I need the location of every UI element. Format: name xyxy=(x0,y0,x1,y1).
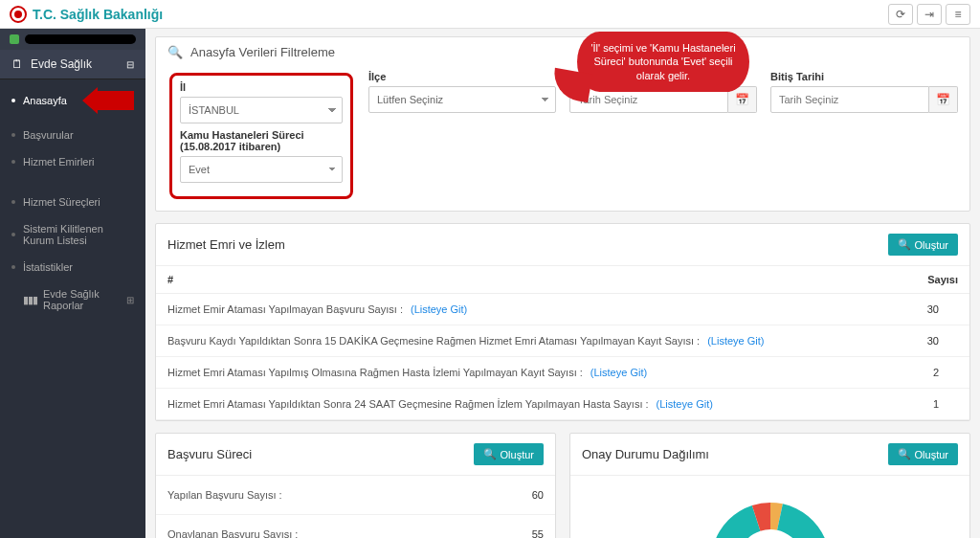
listeye-git-link[interactable]: (Listeye Git) xyxy=(707,335,764,347)
onay-durumu-panel: Onay Durumu Dağılımı 🔍 Oluştur Karar Ver… xyxy=(569,433,970,538)
filter-header-title: Anasyfa Verileri Filtreleme xyxy=(190,45,335,59)
sidebar-item-hizmet-emirleri[interactable]: Hizmet Emirleri xyxy=(0,148,145,175)
listeye-git-link[interactable]: (Listeye Git) xyxy=(590,367,647,378)
user-block xyxy=(0,29,145,50)
sidebar-item-label: Sistemi Kilitlenen Kurum Listesi xyxy=(23,223,134,246)
sidebar-item-label: Anasayfa xyxy=(23,95,67,106)
stat-label: Onaylanan Başvuru Sayısı : xyxy=(167,528,298,538)
olustur-button[interactable]: 🔍 Oluştur xyxy=(888,234,958,256)
sidebar-item-hizmet-surecleri[interactable]: Hizmet Süreçleri xyxy=(0,189,145,215)
sidebar-section-evde-saglik[interactable]: 🗒 Evde Sağlık ⊟ xyxy=(0,50,145,79)
logout-button[interactable]: ⇥ xyxy=(917,4,942,25)
expand-icon[interactable]: ⊞ xyxy=(126,295,134,305)
search-icon: 🔍 xyxy=(898,448,911,460)
user-status-icon xyxy=(10,34,19,44)
instruction-callout: 'İl' seçimi ve 'Kamu Hastaneleri Süreci'… xyxy=(577,32,749,92)
calendar-icon[interactable]: 📅 xyxy=(929,86,958,113)
row-text: Hizmet Emir Ataması Yapılmayan Başvuru S… xyxy=(167,303,403,315)
row-text: Başvuru Kaydı Yapıldıktan Sonra 15 DAKİK… xyxy=(167,335,700,347)
basvuru-sureci-panel: Başvuru Süreci 🔍 Oluştur Yapılan Başvuru… xyxy=(155,433,556,538)
row-count: 1 xyxy=(933,398,958,410)
hizmet-emri-panel: Hizmet Emri ve İzlem 🔍 Oluştur # Sayısı … xyxy=(155,223,970,421)
il-label: İl xyxy=(180,81,343,93)
stat-value: 55 xyxy=(532,528,544,538)
svg-marker-0 xyxy=(82,87,134,114)
bitis-label: Bitiş Tarihi xyxy=(770,71,958,82)
sidebar-item-label: Hizmet Emirleri xyxy=(23,156,95,168)
search-icon: 🔍 xyxy=(483,448,497,460)
ilce-select[interactable]: Lütfen Seçiniz xyxy=(368,86,556,113)
red-arrow-icon xyxy=(82,87,134,114)
table-row: Başvuru Kaydı Yapıldıktan Sonra 15 DAKİK… xyxy=(156,325,969,357)
sidebar-section-label: Evde Sağlık xyxy=(31,57,92,71)
panel-title: Onay Durumu Dağılımı xyxy=(582,447,709,461)
clipboard-icon: 🗒 xyxy=(11,57,23,71)
ministry-logo-icon xyxy=(10,6,27,23)
stat-row: Yapılan Başvuru Sayısı :60 xyxy=(156,476,555,515)
listeye-git-link[interactable]: (Listeye Git) xyxy=(657,398,713,410)
highlighted-filter-box: İl İSTANBUL Kamu Hastaneleri Süreci (15.… xyxy=(169,73,353,199)
stat-row: Onaylanan Başvuru Sayısı :55 xyxy=(156,515,555,538)
panel-title: Başvuru Süreci xyxy=(167,447,252,461)
sidebar-item-kilitlenen-kurum[interactable]: Sistemi Kilitlenen Kurum Listesi xyxy=(0,215,145,254)
stat-label: Yapılan Başvuru Sayısı : xyxy=(167,489,282,501)
col-hash: # xyxy=(167,274,187,285)
stat-value: 60 xyxy=(532,489,544,501)
topbar: T.C. Sağlık Bakanlığı ⟳ ⇥ ≡ xyxy=(0,0,980,29)
sidebar-item-label: İstatistikler xyxy=(23,261,73,273)
row-text: Hizmet Emri Ataması Yapıldıktan Sonra 24… xyxy=(167,398,649,410)
collapse-icon[interactable]: ⊟ xyxy=(126,59,134,70)
donut-chart xyxy=(675,485,866,538)
row-count: 30 xyxy=(927,303,958,315)
panel-title: Hizmet Emri ve İzlem xyxy=(167,237,285,252)
filter-header: 🔍 Anasyfa Verileri Filtreleme xyxy=(156,37,969,67)
il-select[interactable]: İSTANBUL xyxy=(180,97,343,123)
filter-panel: 'İl' seçimi ve 'Kamu Hastaneleri Süreci'… xyxy=(155,36,970,212)
sidebar-item-anasayfa[interactable]: Anasayfa xyxy=(0,79,145,122)
table-row: Hizmet Emri Ataması Yapıldıktan Sonra 24… xyxy=(156,389,969,420)
search-icon: 🔍 xyxy=(898,238,911,251)
kamu-label: Kamu Hastaneleri Süreci (15.08.2017 itib… xyxy=(180,129,343,152)
olustur-button[interactable]: 🔍 Oluştur xyxy=(474,443,544,465)
sidebar: 🗒 Evde Sağlık ⊟ Anasayfa Başvurular Hizm… xyxy=(0,29,145,538)
table-row: Hizmet Emir Ataması Yapılmayan Başvuru S… xyxy=(156,294,969,325)
refresh-button[interactable]: ⟳ xyxy=(888,4,913,25)
col-count: Sayısı xyxy=(927,274,958,285)
bitis-input[interactable] xyxy=(770,86,929,113)
row-count: 30 xyxy=(927,335,958,347)
row-count: 2 xyxy=(933,367,958,378)
sidebar-item-raporlar[interactable]: ▮▮▮ Evde Sağlık Raporlar ⊞ xyxy=(0,280,145,319)
main-content: 'İl' seçimi ve 'Kamu Hastaneleri Süreci'… xyxy=(145,29,980,538)
menu-button[interactable]: ≡ xyxy=(946,4,970,25)
sidebar-item-basvurular[interactable]: Başvurular xyxy=(0,122,145,148)
listeye-git-link[interactable]: (Listeye Git) xyxy=(411,303,467,315)
olustur-button[interactable]: 🔍 Oluştur xyxy=(888,443,958,465)
sidebar-item-istatistikler[interactable]: İstatistikler xyxy=(0,254,145,280)
user-name-redacted xyxy=(25,34,136,44)
bars-icon: ▮▮▮ xyxy=(23,294,37,306)
sidebar-item-label: Hizmet Süreçleri xyxy=(23,196,100,208)
sidebar-item-label: Başvurular xyxy=(23,129,74,141)
kamu-select[interactable]: Evet xyxy=(180,156,343,183)
search-icon: 🔍 xyxy=(167,45,183,59)
sidebar-item-label: Evde Sağlık Raporlar xyxy=(43,288,126,311)
table-row: Hizmet Emri Ataması Yapılmış Olmasına Ra… xyxy=(156,357,969,389)
app-title: T.C. Sağlık Bakanlığı xyxy=(33,7,163,22)
row-text: Hizmet Emri Ataması Yapılmış Olmasına Ra… xyxy=(167,367,583,378)
ilce-label: İlçe xyxy=(368,71,556,82)
